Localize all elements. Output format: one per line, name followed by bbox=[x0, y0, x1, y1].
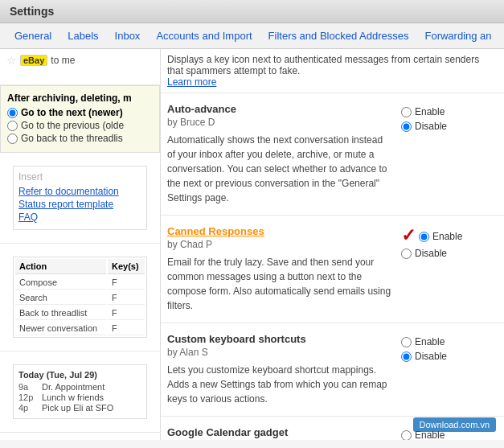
email-to-text: to me bbox=[51, 55, 75, 66]
email-sender-row: ☆ eBay to me bbox=[6, 54, 154, 67]
setting-controls-canned-responses: ✓ Enable Disable bbox=[401, 225, 498, 261]
insert-label: Insert bbox=[18, 171, 141, 183]
shortcuts-row: Back to threadlistF bbox=[15, 306, 145, 320]
enable-text-auto-advance: Enable bbox=[415, 106, 445, 117]
enable-label-google-calendar: Enable bbox=[401, 430, 445, 440]
email-preview-item: ☆ eBay to me bbox=[0, 49, 160, 85]
setting-row-custom-keyboard: Custom keyboard shortcuts by Alan S Lets… bbox=[161, 323, 504, 417]
disable-text-canned-responses: Disable bbox=[415, 248, 447, 259]
disable-radio-canned-responses[interactable] bbox=[401, 249, 412, 259]
right-panel: Displays a key icon next to authenticate… bbox=[161, 49, 504, 440]
shortcuts-key: F bbox=[108, 276, 145, 290]
shortcuts-table: Action Key(s) ComposeFSearchFBack to thr… bbox=[13, 257, 147, 338]
red-checkmark: ✓ bbox=[401, 225, 416, 246]
nav-tabs: General Labels Inbox Accounts and Import… bbox=[0, 23, 504, 49]
enable-radio-canned-responses[interactable] bbox=[419, 232, 429, 242]
enable-label-canned-responses: Enable bbox=[419, 231, 462, 242]
star-icon: ☆ bbox=[6, 54, 17, 67]
shortcuts-key: F bbox=[108, 306, 145, 320]
enable-row-custom-keyboard: Enable bbox=[401, 335, 445, 349]
setting-info-custom-keyboard: Custom keyboard shortcuts by Alan S Lets… bbox=[167, 333, 401, 406]
shortcuts-action: Back to threadlist bbox=[15, 306, 106, 320]
event-time: 9a bbox=[18, 382, 39, 392]
setting-title-custom-keyboard: Custom keyboard shortcuts bbox=[167, 333, 391, 345]
setting-row-canned-responses: Canned Responses by Chad P Email for the… bbox=[161, 216, 504, 323]
top-partial-row: Displays a key icon next to authenticate… bbox=[161, 49, 504, 93]
shortcuts-action: Search bbox=[15, 291, 106, 305]
enable-text-google-calendar: Enable bbox=[415, 430, 445, 440]
shortcuts-row: Newer conversationF bbox=[15, 322, 145, 335]
event-desc: Lunch w friends bbox=[42, 393, 104, 402]
title-text: Settings bbox=[10, 5, 54, 18]
setting-title-google-calendar: Google Calendar gadget bbox=[167, 426, 391, 438]
shortcuts-row: ComposeF bbox=[15, 276, 145, 290]
tab-accounts[interactable]: Accounts and Import bbox=[148, 23, 260, 48]
archive-box: After archiving, deleting, m Go to the n… bbox=[0, 85, 160, 153]
settings-rows: Auto-advance by Bruce D Automatically sh… bbox=[161, 93, 504, 440]
main-content: ☆ eBay to me After archiving, deleting, … bbox=[0, 49, 504, 440]
shortcuts-action: Compose bbox=[15, 276, 106, 290]
disable-radio-auto-advance[interactable] bbox=[401, 121, 412, 132]
calendar-events: 9aDr. Appointment12pLunch w friends4pPic… bbox=[18, 382, 141, 413]
tab-inbox[interactable]: Inbox bbox=[107, 23, 149, 48]
archive-radio-back[interactable] bbox=[7, 134, 18, 144]
setting-info-canned-responses: Canned Responses by Chad P Email for the… bbox=[167, 225, 401, 313]
shortcuts-key: F bbox=[108, 291, 145, 305]
setting-controls-custom-keyboard: Enable Disable bbox=[401, 333, 498, 364]
setting-info-google-calendar: Google Calendar gadget by Ben K and Garr… bbox=[167, 426, 401, 440]
enable-text-custom-keyboard: Enable bbox=[415, 336, 445, 347]
setting-desc-custom-keyboard: Lets you customize keyboard shortcut map… bbox=[167, 363, 391, 406]
title-bar: Settings bbox=[0, 0, 504, 23]
enable-row-auto-advance: Enable bbox=[401, 105, 445, 119]
shortcuts-action: Newer conversation bbox=[15, 322, 106, 335]
setting-controls-google-calendar: Enable Disable bbox=[401, 426, 498, 440]
learn-more-link[interactable]: Learn more bbox=[167, 76, 216, 88]
disable-radio-custom-keyboard[interactable] bbox=[401, 351, 412, 362]
enable-radio-custom-keyboard[interactable] bbox=[401, 337, 412, 347]
insert-box: Insert Refer to documentation Status rep… bbox=[13, 166, 147, 230]
shortcuts-col-key: Key(s) bbox=[108, 259, 145, 274]
archive-radio-prev[interactable] bbox=[7, 121, 18, 131]
calendar-event: 9aDr. Appointment bbox=[18, 382, 141, 392]
calendar-event: 12pLunch w friends bbox=[18, 393, 141, 402]
event-time: 4p bbox=[18, 403, 39, 413]
enable-radio-auto-advance[interactable] bbox=[401, 107, 412, 117]
setting-author-custom-keyboard: by Alan S bbox=[167, 347, 391, 358]
tab-forwarding[interactable]: Forwarding an bbox=[416, 23, 499, 48]
disable-text-custom-keyboard: Disable bbox=[415, 351, 447, 362]
insert-container: Insert Refer to documentation Status rep… bbox=[0, 153, 160, 244]
left-panel: ☆ eBay to me After archiving, deleting, … bbox=[0, 49, 161, 440]
enable-label-custom-keyboard: Enable bbox=[401, 336, 445, 347]
calendar-today: Today (Tue, Jul 29) bbox=[18, 370, 141, 380]
enable-row-canned-responses: ✓ Enable bbox=[401, 227, 462, 246]
setting-row-google-calendar: Google Calendar gadget by Ben K and Garr… bbox=[161, 417, 504, 440]
shortcuts-container: Action Key(s) ComposeFSearchFBack to thr… bbox=[0, 244, 160, 351]
tab-filters[interactable]: Filters and Blocked Addresses bbox=[260, 23, 417, 48]
ebay-badge: eBay bbox=[20, 55, 47, 66]
setting-title-auto-advance: Auto-advance bbox=[167, 103, 391, 115]
enable-label-auto-advance: Enable bbox=[401, 106, 445, 117]
disable-label-canned-responses: Disable bbox=[401, 248, 447, 259]
tab-general[interactable]: General bbox=[6, 23, 59, 48]
calendar-event: 4pPick up Eli at SFO bbox=[18, 403, 141, 413]
setting-author-canned-responses: by Chad P bbox=[167, 239, 391, 250]
setting-info-auto-advance: Auto-advance by Bruce D Automatically sh… bbox=[167, 103, 401, 205]
calendar-box: Today (Tue, Jul 29) 9aDr. Appointment12p… bbox=[13, 364, 147, 419]
shortcuts-col-action: Action bbox=[15, 259, 106, 274]
archive-radio-next[interactable] bbox=[7, 108, 18, 118]
archive-option-prev: Go to the previous (olde bbox=[7, 120, 153, 131]
event-desc: Dr. Appointment bbox=[42, 382, 104, 392]
disable-label-auto-advance: Disable bbox=[401, 121, 447, 132]
insert-link-0[interactable]: Refer to documentation bbox=[18, 186, 141, 197]
insert-link-1[interactable]: Status report template bbox=[18, 199, 141, 210]
tab-labels[interactable]: Labels bbox=[59, 23, 106, 48]
calendar-container: Today (Tue, Jul 29) 9aDr. Appointment12p… bbox=[0, 351, 160, 433]
enable-radio-google-calendar[interactable] bbox=[401, 430, 412, 441]
insert-link-2[interactable]: FAQ bbox=[18, 212, 141, 223]
setting-title-canned-responses: Canned Responses bbox=[167, 225, 391, 237]
event-time: 12p bbox=[18, 393, 39, 402]
disable-label-custom-keyboard: Disable bbox=[401, 351, 447, 362]
archive-option-next: Go to the next (newer) bbox=[7, 107, 153, 118]
archive-title: After archiving, deleting, m bbox=[7, 92, 153, 104]
setting-desc-auto-advance: Automatically shows the next conversatio… bbox=[167, 133, 391, 205]
